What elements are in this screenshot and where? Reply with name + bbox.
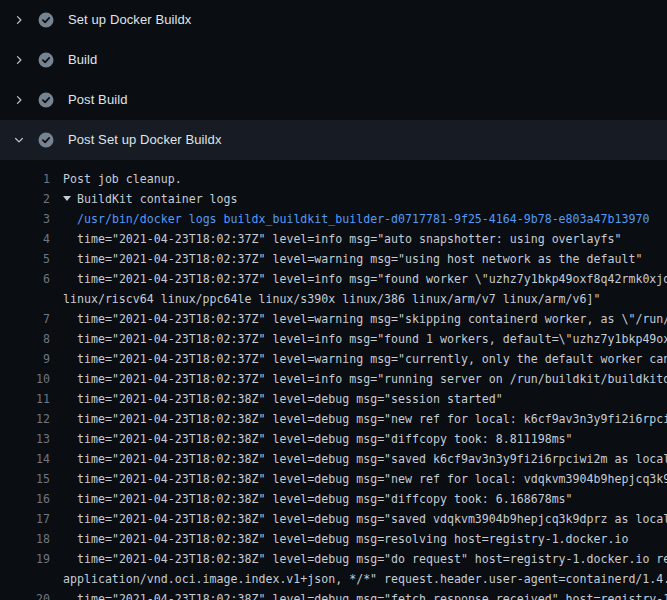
- log-line: 7time="2021-04-23T18:02:37Z" level=warni…: [0, 309, 667, 329]
- log-line: 18time="2021-04-23T18:02:38Z" level=debu…: [0, 529, 667, 549]
- success-check-icon: [38, 12, 54, 28]
- step-row-setup-docker-buildx[interactable]: Set up Docker Buildx: [0, 0, 667, 40]
- log-line: 2BuildKit container logs: [0, 189, 667, 209]
- log-line-text: time="2021-04-23T18:02:37Z" level=warnin…: [77, 249, 642, 269]
- log-line: 15time="2021-04-23T18:02:38Z" level=debu…: [0, 469, 667, 489]
- chevron-down-icon: [12, 134, 25, 147]
- log-line-text: time="2021-04-23T18:02:38Z" level=debug …: [77, 509, 667, 529]
- success-check-icon: [38, 132, 54, 148]
- step-label: Post Build: [68, 92, 128, 108]
- step-label: Post Set up Docker Buildx: [68, 132, 222, 148]
- log-line-text: time="2021-04-23T18:02:38Z" level=debug …: [77, 429, 573, 449]
- log-line-text: time="2021-04-23T18:02:38Z" level=debug …: [77, 489, 573, 509]
- line-number[interactable]: 6: [0, 269, 50, 289]
- log-line: 16time="2021-04-23T18:02:38Z" level=debu…: [0, 489, 667, 509]
- log-line-text: time="2021-04-23T18:02:38Z" level=debug …: [77, 589, 667, 600]
- line-number[interactable]: 5: [0, 249, 50, 269]
- line-number[interactable]: 4: [0, 229, 50, 249]
- log-line-text: time="2021-04-23T18:02:38Z" level=debug …: [77, 469, 667, 489]
- log-line-text: time="2021-04-23T18:02:38Z" level=debug …: [77, 449, 667, 469]
- line-number: [0, 289, 50, 309]
- chevron-right-icon: [12, 94, 25, 107]
- log-line: 3/usr/bin/docker logs buildx_buildkit_bu…: [0, 209, 667, 229]
- success-check-icon: [38, 52, 54, 68]
- log-line-text: time="2021-04-23T18:02:37Z" level=warnin…: [77, 349, 667, 369]
- log-group-toggle[interactable]: BuildKit container logs: [63, 189, 238, 209]
- line-number[interactable]: 13: [0, 429, 50, 449]
- log-line: 17time="2021-04-23T18:02:38Z" level=debu…: [0, 509, 667, 529]
- line-number[interactable]: 2: [0, 189, 50, 209]
- log-line-wrap: application/vnd.oci.image.index.v1+json,…: [0, 569, 667, 589]
- log-line-wrap: linux/riscv64 linux/ppc64le linux/s390x …: [0, 289, 667, 309]
- line-number: [0, 569, 50, 589]
- line-number[interactable]: 12: [0, 409, 50, 429]
- chevron-right-icon: [12, 54, 25, 67]
- log-line-text: time="2021-04-23T18:02:38Z" level=debug …: [77, 409, 667, 429]
- log-line-text: time="2021-04-23T18:02:37Z" level=info m…: [77, 369, 667, 389]
- log-line-text: Post job cleanup.: [63, 169, 182, 189]
- success-check-icon: [38, 92, 54, 108]
- step-row-post-setup-docker-buildx[interactable]: Post Set up Docker Buildx: [0, 120, 667, 160]
- line-number[interactable]: 16: [0, 489, 50, 509]
- log-line-text: time="2021-04-23T18:02:37Z" level=info m…: [77, 329, 667, 349]
- line-number[interactable]: 8: [0, 329, 50, 349]
- log-line-text: application/vnd.oci.image.index.v1+json,…: [63, 569, 667, 589]
- step-row-build[interactable]: Build: [0, 40, 667, 80]
- step-label: Set up Docker Buildx: [68, 12, 191, 28]
- log-line: 20time="2021-04-23T18:02:38Z" level=debu…: [0, 589, 667, 600]
- line-number[interactable]: 7: [0, 309, 50, 329]
- line-number[interactable]: 18: [0, 529, 50, 549]
- step-row-post-build[interactable]: Post Build: [0, 80, 667, 120]
- line-number[interactable]: 3: [0, 209, 50, 229]
- log-line: 19time="2021-04-23T18:02:38Z" level=debu…: [0, 549, 667, 569]
- line-number[interactable]: 11: [0, 389, 50, 409]
- chevron-right-icon: [12, 14, 25, 27]
- log-line-text: time="2021-04-23T18:02:37Z" level=warnin…: [77, 309, 667, 329]
- log-line: 12time="2021-04-23T18:02:38Z" level=debu…: [0, 409, 667, 429]
- line-number[interactable]: 15: [0, 469, 50, 489]
- log-group-label: BuildKit container logs: [77, 192, 238, 206]
- line-number[interactable]: 14: [0, 449, 50, 469]
- log-line: 4time="2021-04-23T18:02:37Z" level=info …: [0, 229, 667, 249]
- log-pane: 1Post job cleanup.2BuildKit container lo…: [0, 160, 667, 600]
- log-line: 13time="2021-04-23T18:02:38Z" level=debu…: [0, 429, 667, 449]
- log-command-text: /usr/bin/docker logs buildx_buildkit_bui…: [77, 209, 649, 229]
- log-line: 6time="2021-04-23T18:02:37Z" level=info …: [0, 269, 667, 289]
- log-line: 14time="2021-04-23T18:02:38Z" level=debu…: [0, 449, 667, 469]
- line-number[interactable]: 20: [0, 589, 50, 600]
- line-number[interactable]: 17: [0, 509, 50, 529]
- log-line: 8time="2021-04-23T18:02:37Z" level=info …: [0, 329, 667, 349]
- log-line-text: time="2021-04-23T18:02:38Z" level=debug …: [77, 549, 667, 569]
- log-line-text: linux/riscv64 linux/ppc64le linux/s390x …: [63, 289, 600, 309]
- log-line-text: time="2021-04-23T18:02:37Z" level=info m…: [77, 229, 621, 249]
- log-line: 1Post job cleanup.: [0, 169, 667, 189]
- steps-list: Set up Docker Buildx Build Post Build Po…: [0, 0, 667, 160]
- log-line: 11time="2021-04-23T18:02:38Z" level=debu…: [0, 389, 667, 409]
- line-number[interactable]: 19: [0, 549, 50, 569]
- line-number[interactable]: 1: [0, 169, 50, 189]
- log-line-text: time="2021-04-23T18:02:38Z" level=debug …: [77, 389, 503, 409]
- line-number[interactable]: 9: [0, 349, 50, 369]
- line-number[interactable]: 10: [0, 369, 50, 389]
- log-line: 9time="2021-04-23T18:02:37Z" level=warni…: [0, 349, 667, 369]
- log-line: 5time="2021-04-23T18:02:37Z" level=warni…: [0, 249, 667, 269]
- group-expand-triangle-icon: [63, 196, 71, 201]
- step-label: Build: [68, 52, 97, 68]
- log-line: 10time="2021-04-23T18:02:37Z" level=info…: [0, 369, 667, 389]
- log-line-text: time="2021-04-23T18:02:37Z" level=info m…: [77, 269, 667, 289]
- log-line-text: time="2021-04-23T18:02:38Z" level=debug …: [77, 529, 628, 549]
